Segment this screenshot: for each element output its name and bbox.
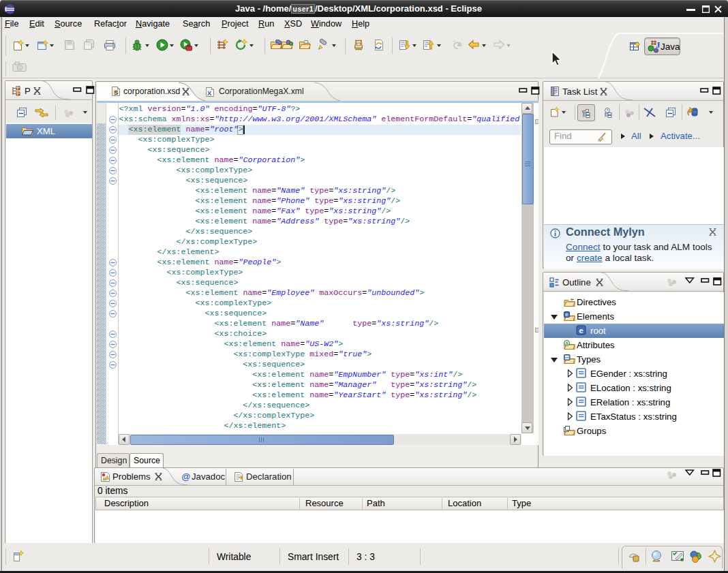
svg-text:e: e [565,311,568,318]
svg-text:X: X [207,89,212,97]
svg-text:J: J [656,40,661,50]
svg-text:S: S [114,89,118,96]
svg-text:e: e [579,326,583,335]
